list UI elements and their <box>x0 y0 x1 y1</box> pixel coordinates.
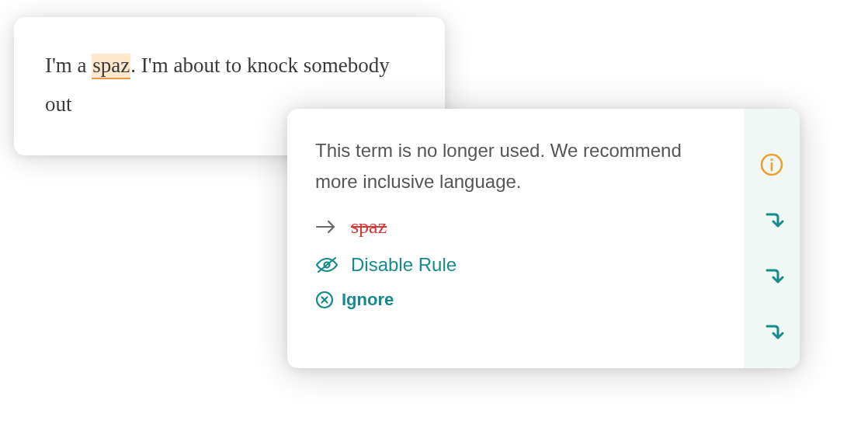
next-suggestion-icon[interactable] <box>759 208 784 233</box>
info-icon[interactable] <box>759 152 784 177</box>
suggestion-sidebar <box>744 109 800 368</box>
disable-rule-button[interactable]: Disable Rule <box>315 254 716 276</box>
flagged-term-row[interactable]: spaz <box>315 215 716 238</box>
svg-point-8 <box>772 159 773 160</box>
suggestion-description: This term is no longer used. We recommen… <box>315 135 716 197</box>
next-suggestion-icon-3[interactable] <box>759 320 784 345</box>
suggestion-main: This term is no longer used. We recommen… <box>287 109 744 368</box>
disable-rule-label: Disable Rule <box>351 254 457 276</box>
ignore-label: Ignore <box>342 290 394 310</box>
flagged-term: spaz <box>351 215 387 238</box>
next-suggestion-icon-2[interactable] <box>759 264 784 289</box>
highlighted-word[interactable]: spaz <box>92 54 130 79</box>
ignore-button[interactable]: Ignore <box>315 290 716 310</box>
close-circle-icon <box>315 291 334 309</box>
arrow-right-icon <box>315 219 337 235</box>
text-before: I'm a <box>45 54 92 77</box>
suggestion-popup: This term is no longer used. We recommen… <box>287 109 800 368</box>
eye-off-icon <box>315 256 339 274</box>
